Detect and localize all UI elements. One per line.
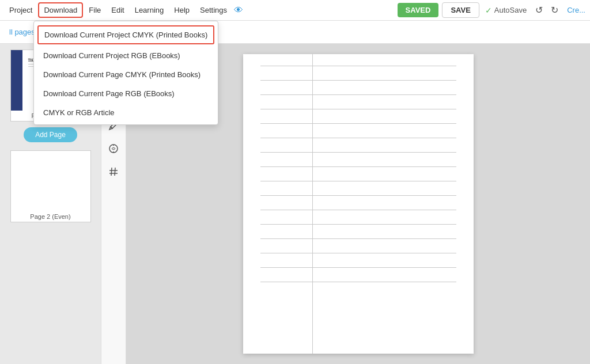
autosave-label: AutoSave (494, 6, 527, 14)
autosave-check-icon: ✓ (485, 6, 492, 15)
menu-settings[interactable]: Settings (195, 3, 232, 17)
undo-button[interactable]: ↺ (532, 3, 546, 17)
dropdown-item-cmyk-project[interactable]: Download Current Project CMYK (Printed B… (37, 25, 214, 44)
save-button[interactable]: SAVE (442, 2, 479, 18)
page-canvas[interactable] (243, 54, 474, 354)
dropdown-item-cmyk-page[interactable]: Download Current Page CMYK (Printed Book… (34, 65, 218, 84)
page-2-thumbnail[interactable]: Page 2 (Even) (10, 150, 91, 222)
canvas-line-7 (260, 152, 456, 153)
tool-wand-icon[interactable] (105, 141, 122, 157)
page-2-content (11, 151, 90, 211)
menu-edit[interactable]: Edit (107, 3, 128, 17)
canvas-line-3 (260, 94, 456, 95)
create-link[interactable]: Cre... (567, 6, 585, 14)
canvas-line-10 (260, 195, 456, 196)
dropdown-item-rgb-project[interactable]: Download Current Project RGB (EBooks) (34, 46, 218, 65)
canvas-line-12 (260, 224, 456, 225)
canvas-line-4 (260, 109, 456, 109)
canvas-line-15 (260, 267, 456, 268)
canvas-line-14 (260, 253, 456, 253)
canvas-line-16 (260, 282, 456, 282)
dropdown-item-rgb-page[interactable]: Download Current Page RGB (EBooks) (34, 84, 218, 103)
page1-blue-accent (11, 50, 22, 111)
eye-icon[interactable]: 👁 (234, 5, 243, 16)
all-pages-button[interactable]: ll pages (9, 28, 35, 36)
saved-button[interactable]: SAVED (398, 3, 439, 17)
menu-project[interactable]: Project (5, 3, 37, 17)
menu-help[interactable]: Help (169, 3, 194, 17)
dropdown-item-cmyk-rgb-article[interactable]: CMYK or RGB Article (34, 103, 218, 122)
autosave-area: ✓ AutoSave (485, 6, 527, 15)
canvas-line-6 (260, 138, 456, 138)
canvas-line-11 (260, 210, 456, 210)
menu-download[interactable]: Download (38, 2, 83, 18)
undo-redo-group: ↺ ↻ (532, 3, 561, 17)
add-page-button[interactable]: Add Page (24, 127, 77, 142)
menu-file[interactable]: File (84, 3, 105, 17)
canvas-line-1 (260, 66, 456, 66)
svg-line-14 (115, 168, 115, 176)
canvas-line-13 (260, 238, 456, 239)
page-2-label: Page 2 (Even) (11, 211, 90, 222)
redo-button[interactable]: ↻ (548, 3, 561, 17)
canvas-line-8 (260, 166, 456, 167)
canvas-ruled-lines (243, 54, 474, 354)
canvas-line-2 (260, 80, 456, 81)
menu-learning[interactable]: Learning (130, 3, 169, 17)
svg-line-13 (111, 168, 112, 176)
canvas-line-9 (260, 181, 456, 181)
download-dropdown: Download Current Project CMYK (Printed B… (33, 21, 218, 125)
canvas-line-5 (260, 123, 456, 124)
menubar: Project Download File Edit Learning Help… (0, 0, 590, 21)
tool-hashtag-icon[interactable] (105, 164, 122, 180)
